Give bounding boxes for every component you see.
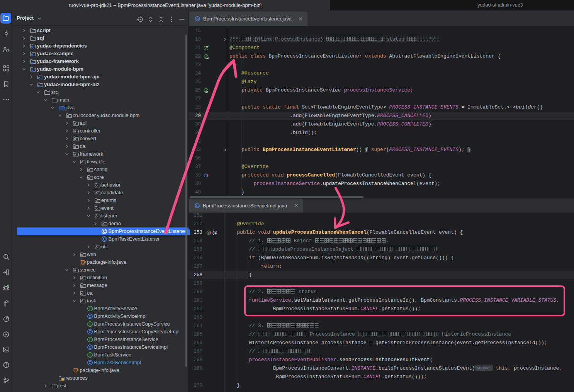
- svg-text:?: ?: [7, 49, 9, 52]
